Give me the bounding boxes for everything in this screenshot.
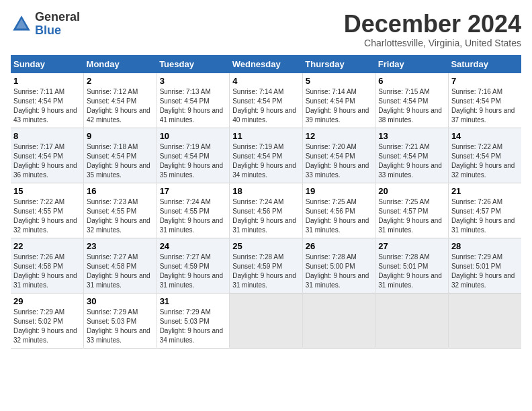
day-number: 30 <box>87 296 154 306</box>
day-number: 27 <box>378 241 445 251</box>
day-info: Sunrise: 7:22 AMSunset: 4:54 PMDaylight:… <box>451 142 519 180</box>
day-number: 24 <box>160 241 227 251</box>
calendar-cell: 17Sunrise: 7:24 AMSunset: 4:55 PMDayligh… <box>157 183 230 238</box>
day-info: Sunrise: 7:19 AMSunset: 4:54 PMDaylight:… <box>232 142 300 180</box>
calendar-cell: 16Sunrise: 7:23 AMSunset: 4:55 PMDayligh… <box>84 183 157 238</box>
calendar-cell: 18Sunrise: 7:24 AMSunset: 4:56 PMDayligh… <box>230 183 303 238</box>
day-number: 8 <box>13 131 81 141</box>
calendar-cell <box>375 293 449 348</box>
day-number: 6 <box>378 76 445 86</box>
day-info: Sunrise: 7:23 AMSunset: 4:55 PMDaylight:… <box>87 197 154 235</box>
day-number: 5 <box>306 76 373 86</box>
day-number: 15 <box>13 186 81 196</box>
logo-general: General <box>35 11 80 24</box>
day-number: 17 <box>160 186 227 196</box>
day-number: 11 <box>232 131 300 141</box>
calendar-cell: 11Sunrise: 7:19 AMSunset: 4:54 PMDayligh… <box>230 128 303 183</box>
day-info: Sunrise: 7:16 AMSunset: 4:54 PMDaylight:… <box>451 87 519 125</box>
calendar-cell: 26Sunrise: 7:28 AMSunset: 5:00 PMDayligh… <box>302 238 375 293</box>
calendar-cell: 12Sunrise: 7:20 AMSunset: 4:54 PMDayligh… <box>302 128 375 183</box>
calendar-cell <box>448 293 521 348</box>
calendar-cell: 10Sunrise: 7:19 AMSunset: 4:54 PMDayligh… <box>157 128 230 183</box>
weekday-header-monday: Monday <box>84 55 157 73</box>
day-info: Sunrise: 7:19 AMSunset: 4:54 PMDaylight:… <box>160 142 227 180</box>
day-info: Sunrise: 7:11 AMSunset: 4:54 PMDaylight:… <box>13 87 81 125</box>
day-number: 20 <box>378 186 445 196</box>
day-number: 26 <box>306 241 373 251</box>
weekday-header-thursday: Thursday <box>302 55 375 73</box>
day-number: 7 <box>451 76 519 86</box>
calendar-cell: 30Sunrise: 7:29 AMSunset: 5:03 PMDayligh… <box>84 293 157 348</box>
day-number: 13 <box>378 131 445 141</box>
day-number: 29 <box>13 296 81 306</box>
day-number: 3 <box>160 76 227 86</box>
day-info: Sunrise: 7:21 AMSunset: 4:54 PMDaylight:… <box>378 142 445 180</box>
weekday-header-sunday: Sunday <box>11 55 84 73</box>
day-info: Sunrise: 7:29 AMSunset: 5:02 PMDaylight:… <box>13 308 81 345</box>
day-info: Sunrise: 7:25 AMSunset: 4:56 PMDaylight:… <box>306 197 373 235</box>
day-number: 1 <box>13 76 81 86</box>
calendar-cell: 25Sunrise: 7:28 AMSunset: 4:59 PMDayligh… <box>230 238 303 293</box>
logo-blue: Blue <box>35 24 80 38</box>
day-number: 10 <box>160 131 227 141</box>
day-info: Sunrise: 7:29 AMSunset: 5:01 PMDaylight:… <box>451 253 519 290</box>
calendar-cell: 2Sunrise: 7:12 AMSunset: 4:54 PMDaylight… <box>84 73 157 128</box>
logo-icon <box>11 13 32 35</box>
day-info: Sunrise: 7:26 AMSunset: 4:57 PMDaylight:… <box>451 197 519 235</box>
day-info: Sunrise: 7:13 AMSunset: 4:54 PMDaylight:… <box>160 87 227 125</box>
calendar-cell <box>230 293 303 348</box>
day-info: Sunrise: 7:29 AMSunset: 5:03 PMDaylight:… <box>87 308 154 345</box>
month-title: December 2024 <box>344 11 521 38</box>
calendar-cell <box>302 293 375 348</box>
day-number: 9 <box>87 131 154 141</box>
day-number: 12 <box>306 131 373 141</box>
calendar-table: SundayMondayTuesdayWednesdayThursdayFrid… <box>11 55 521 349</box>
title-section: December 2024 Charlottesville, Virginia,… <box>344 11 521 48</box>
week-row-2: 8Sunrise: 7:17 AMSunset: 4:54 PMDaylight… <box>11 128 521 183</box>
calendar-cell: 24Sunrise: 7:27 AMSunset: 4:59 PMDayligh… <box>157 238 230 293</box>
calendar-cell: 21Sunrise: 7:26 AMSunset: 4:57 PMDayligh… <box>448 183 521 238</box>
calendar-cell: 9Sunrise: 7:18 AMSunset: 4:54 PMDaylight… <box>84 128 157 183</box>
day-info: Sunrise: 7:24 AMSunset: 4:55 PMDaylight:… <box>160 197 227 235</box>
day-info: Sunrise: 7:26 AMSunset: 4:58 PMDaylight:… <box>13 253 81 290</box>
weekday-header-friday: Friday <box>375 55 449 73</box>
weekday-header-row: SundayMondayTuesdayWednesdayThursdayFrid… <box>11 55 521 73</box>
calendar-cell: 3Sunrise: 7:13 AMSunset: 4:54 PMDaylight… <box>157 73 230 128</box>
calendar-cell: 19Sunrise: 7:25 AMSunset: 4:56 PMDayligh… <box>302 183 375 238</box>
calendar-cell: 1Sunrise: 7:11 AMSunset: 4:54 PMDaylight… <box>11 73 84 128</box>
day-number: 31 <box>160 296 227 306</box>
calendar-cell: 28Sunrise: 7:29 AMSunset: 5:01 PMDayligh… <box>448 238 521 293</box>
day-number: 14 <box>451 131 519 141</box>
day-number: 18 <box>232 186 300 196</box>
calendar-cell: 27Sunrise: 7:28 AMSunset: 5:01 PMDayligh… <box>375 238 449 293</box>
week-row-4: 22Sunrise: 7:26 AMSunset: 4:58 PMDayligh… <box>11 238 521 293</box>
day-number: 25 <box>232 241 300 251</box>
weekday-header-tuesday: Tuesday <box>157 55 230 73</box>
day-number: 2 <box>87 76 154 86</box>
day-info: Sunrise: 7:12 AMSunset: 4:54 PMDaylight:… <box>87 87 154 125</box>
day-number: 16 <box>87 186 154 196</box>
day-info: Sunrise: 7:15 AMSunset: 4:54 PMDaylight:… <box>378 87 445 125</box>
calendar-cell: 7Sunrise: 7:16 AMSunset: 4:54 PMDaylight… <box>448 73 521 128</box>
calendar-cell: 6Sunrise: 7:15 AMSunset: 4:54 PMDaylight… <box>375 73 449 128</box>
day-info: Sunrise: 7:14 AMSunset: 4:54 PMDaylight:… <box>232 87 300 125</box>
day-info: Sunrise: 7:25 AMSunset: 4:57 PMDaylight:… <box>378 197 445 235</box>
week-row-3: 15Sunrise: 7:22 AMSunset: 4:55 PMDayligh… <box>11 183 521 238</box>
calendar-cell: 5Sunrise: 7:14 AMSunset: 4:54 PMDaylight… <box>302 73 375 128</box>
location: Charlottesville, Virginia, United States <box>344 38 521 48</box>
calendar-cell: 13Sunrise: 7:21 AMSunset: 4:54 PMDayligh… <box>375 128 449 183</box>
day-info: Sunrise: 7:29 AMSunset: 5:03 PMDaylight:… <box>160 308 227 345</box>
day-number: 19 <box>306 186 373 196</box>
calendar-cell: 4Sunrise: 7:14 AMSunset: 4:54 PMDaylight… <box>230 73 303 128</box>
day-number: 23 <box>87 241 154 251</box>
day-info: Sunrise: 7:22 AMSunset: 4:55 PMDaylight:… <box>13 197 81 235</box>
calendar-cell: 20Sunrise: 7:25 AMSunset: 4:57 PMDayligh… <box>375 183 449 238</box>
day-info: Sunrise: 7:28 AMSunset: 5:01 PMDaylight:… <box>378 253 445 290</box>
day-info: Sunrise: 7:27 AMSunset: 4:59 PMDaylight:… <box>160 253 227 290</box>
day-info: Sunrise: 7:28 AMSunset: 5:00 PMDaylight:… <box>306 253 373 290</box>
week-row-1: 1Sunrise: 7:11 AMSunset: 4:54 PMDaylight… <box>11 73 521 128</box>
calendar-cell: 29Sunrise: 7:29 AMSunset: 5:02 PMDayligh… <box>11 293 84 348</box>
week-row-5: 29Sunrise: 7:29 AMSunset: 5:02 PMDayligh… <box>11 293 521 348</box>
day-info: Sunrise: 7:24 AMSunset: 4:56 PMDaylight:… <box>232 197 300 235</box>
day-info: Sunrise: 7:18 AMSunset: 4:54 PMDaylight:… <box>87 142 154 180</box>
